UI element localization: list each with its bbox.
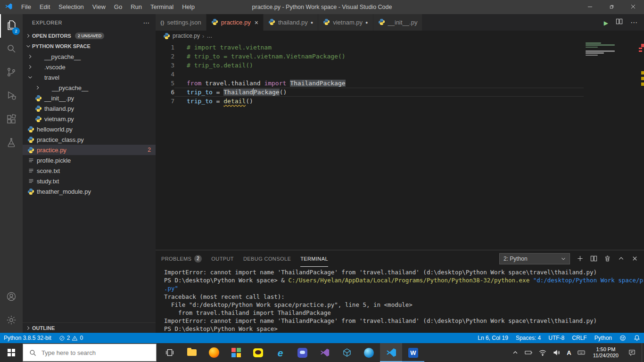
- minimap-line: [586, 44, 615, 46]
- tray-volume-icon[interactable]: [550, 343, 564, 362]
- menu-terminal[interactable]: Terminal: [146, 0, 178, 14]
- taskbar-firefox-icon[interactable]: [203, 343, 225, 362]
- tree-item-travel[interactable]: travel: [23, 72, 156, 82]
- panel-tab-problems[interactable]: PROBLEMS 2: [161, 250, 202, 267]
- maximize-panel-button[interactable]: [618, 255, 625, 262]
- minimize-button[interactable]: [579, 0, 601, 14]
- tree-item-pycache[interactable]: __pycache__: [23, 82, 156, 93]
- tree-item-profile-pickle[interactable]: profile.pickle: [23, 155, 156, 165]
- open-editors-header[interactable]: OPEN EDITORS 2 UNSAVED: [23, 31, 156, 41]
- search-icon[interactable]: [0, 38, 23, 61]
- tree-item-pycache[interactable]: __pycache__: [23, 51, 156, 62]
- tree-item-practice-py[interactable]: practice.py 2: [23, 145, 156, 155]
- taskbar-clock[interactable]: 1:50 PM 11/24/2020: [589, 346, 622, 359]
- indentation[interactable]: Spaces: 4: [512, 333, 545, 343]
- menu-run[interactable]: Run: [126, 0, 146, 14]
- show-desktop-button[interactable]: [642, 343, 644, 362]
- python-interpreter[interactable]: Python 3.8.5 32-bit: [0, 333, 55, 343]
- taskbar-visual-studio-icon[interactable]: [314, 343, 336, 362]
- editor-more-actions-button[interactable]: ⋯: [630, 18, 637, 27]
- terminal-dropdown[interactable]: 2: Python: [499, 253, 570, 264]
- panel-tab-output[interactable]: OUTPUT: [211, 250, 234, 267]
- tray-wifi-icon[interactable]: [536, 343, 550, 362]
- menu-view[interactable]: View: [88, 0, 110, 14]
- encoding[interactable]: UTF-8: [545, 333, 568, 343]
- settings-gear-icon[interactable]: [0, 309, 23, 333]
- feedback-smiley-icon[interactable]: [616, 333, 630, 343]
- tree-item-vietnam-py[interactable]: vietnam.py: [23, 114, 156, 124]
- tab-vietnam-py[interactable]: vietnam.py ●: [318, 14, 373, 31]
- taskbar-file-explorer-icon[interactable]: [181, 343, 203, 362]
- split-terminal-button[interactable]: [590, 255, 597, 262]
- taskbar-chat-app-icon[interactable]: [291, 343, 314, 362]
- new-terminal-button[interactable]: [577, 255, 584, 262]
- tree-item-practice-class-py[interactable]: practice_class.py: [23, 134, 156, 145]
- minimap[interactable]: [586, 42, 637, 57]
- account-icon[interactable]: [0, 286, 23, 309]
- cursor-position[interactable]: Ln 6, Col 19: [474, 333, 512, 343]
- tree-item-thailand-py[interactable]: thailand.py: [23, 103, 156, 114]
- close-panel-button[interactable]: [631, 255, 638, 262]
- code-editor[interactable]: 1 # import travel.vietnam 2 # trip_to = …: [156, 41, 644, 250]
- menu-file[interactable]: File: [17, 0, 35, 14]
- tray-battery-icon[interactable]: [521, 343, 536, 362]
- menu-help[interactable]: Help: [178, 0, 199, 14]
- eol-sequence[interactable]: CRLF: [568, 333, 590, 343]
- breadcrumb-file[interactable]: practice.py: [173, 33, 200, 39]
- taskbar-search[interactable]: [23, 344, 157, 362]
- taskbar-word-icon[interactable]: W: [402, 343, 424, 362]
- run-debug-icon[interactable]: [0, 85, 23, 108]
- code-line: 7 trip_to = detail(): [156, 97, 584, 106]
- explorer-more-actions-icon[interactable]: ⋯: [143, 19, 150, 26]
- terminal-output[interactable]: ImportError: cannot import name 'Thailan…: [156, 267, 644, 333]
- tab-practice-py[interactable]: practice.py ×: [206, 14, 264, 31]
- error-icon: [59, 335, 65, 341]
- taskbar-internet-explorer-icon[interactable]: e: [269, 343, 291, 362]
- taskbar-task-view-icon[interactable]: [158, 343, 181, 362]
- tab-init-py[interactable]: __init__.py: [373, 14, 423, 31]
- problems-status[interactable]: 2 0: [55, 333, 87, 343]
- tree-item-theather-module-py[interactable]: theather_module.py: [23, 186, 156, 197]
- tree-item-study-txt[interactable]: study.txt: [23, 176, 156, 186]
- menu-selection[interactable]: Selection: [54, 0, 88, 14]
- restore-button[interactable]: [601, 0, 622, 14]
- kill-terminal-button[interactable]: [604, 255, 611, 262]
- close-button[interactable]: [622, 0, 644, 14]
- tab-settings-json[interactable]: {} settings.json: [156, 14, 206, 31]
- tray-keyboard-icon[interactable]: [574, 343, 588, 362]
- test-explorer-icon[interactable]: [0, 132, 23, 156]
- tree-item-helloworld-py[interactable]: helloworld.py: [23, 124, 156, 134]
- chevron-right-icon: [25, 33, 32, 39]
- tray-chevron-up-icon[interactable]: [509, 343, 521, 362]
- tab-thailand-py[interactable]: thailand.py ●: [264, 14, 318, 31]
- start-button[interactable]: [0, 343, 23, 362]
- action-center-icon[interactable]: [623, 343, 641, 362]
- source-control-icon[interactable]: [0, 61, 23, 85]
- line-number: 1: [156, 43, 174, 52]
- run-button[interactable]: ▶: [604, 18, 608, 27]
- language-mode[interactable]: Python: [591, 333, 616, 343]
- taskbar-3d-viewer-icon[interactable]: [336, 343, 358, 362]
- outline-header[interactable]: OUTLINE: [23, 322, 156, 333]
- split-editor-button[interactable]: [616, 18, 623, 27]
- tree-item-vscode[interactable]: .vscode: [23, 62, 156, 72]
- taskbar-app-grid-icon[interactable]: [225, 343, 247, 362]
- tree-item-init-py[interactable]: __init__.py: [23, 93, 156, 103]
- explorer-icon[interactable]: 2: [0, 14, 23, 38]
- tray-a-icon[interactable]: A: [564, 343, 574, 362]
- extensions-icon[interactable]: [0, 108, 23, 132]
- panel-tab-debug-console[interactable]: DEBUG CONSOLE: [243, 250, 291, 267]
- tree-item-score-txt[interactable]: score.txt: [23, 165, 156, 176]
- workspace-header[interactable]: PYTHON WORK SPACE: [23, 41, 156, 51]
- taskbar-sphere-app-icon[interactable]: [358, 343, 380, 362]
- panel-tab-terminal[interactable]: TERMINAL: [300, 250, 328, 267]
- menu-edit[interactable]: Edit: [35, 0, 54, 14]
- taskbar-kakaotalk-icon[interactable]: [247, 343, 269, 362]
- breadcrumb-more[interactable]: …: [206, 33, 212, 39]
- menu-go[interactable]: Go: [110, 0, 126, 14]
- search-input[interactable]: [41, 349, 156, 356]
- code-line: 2 # trip_to = travel.vietnam.VietnamPack…: [156, 52, 584, 61]
- close-tab-icon[interactable]: ×: [254, 19, 258, 26]
- notifications-bell-icon[interactable]: [630, 333, 644, 343]
- taskbar-vscode-icon[interactable]: [380, 343, 402, 362]
